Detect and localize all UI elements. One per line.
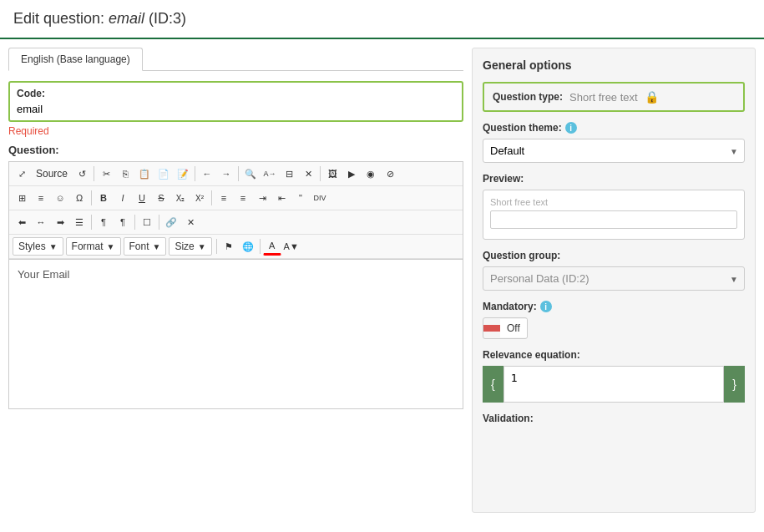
align-justify-icon[interactable]: ☰: [70, 213, 89, 231]
separator: [195, 166, 195, 181]
question-theme-label: Question theme: i: [483, 122, 745, 134]
source-button[interactable]: Source: [32, 165, 72, 183]
refresh-icon[interactable]: ↺: [73, 165, 91, 183]
paste-icon[interactable]: 📋: [135, 165, 154, 183]
unlink-icon[interactable]: ✕: [181, 213, 200, 231]
preview-inner-text: Short free text: [490, 197, 737, 207]
code-label: Code:: [17, 88, 455, 99]
format-dropdown[interactable]: Format ▼: [66, 237, 121, 256]
mandatory-label: Mandatory: i: [483, 301, 745, 312]
blockquote-icon[interactable]: ": [291, 189, 310, 207]
question-type-value: Short free text: [569, 91, 638, 104]
undo-icon[interactable]: ←: [198, 165, 216, 183]
bold-button[interactable]: B: [94, 189, 113, 207]
superscript-button[interactable]: X²: [190, 189, 209, 207]
mandatory-toggle[interactable]: Off: [483, 317, 528, 339]
separator: [134, 215, 135, 230]
toggle-off-marker: [483, 325, 500, 332]
size-dropdown[interactable]: Size ▼: [169, 237, 211, 256]
question-type-label: Question type:: [493, 91, 563, 103]
question-label: Question:: [8, 144, 463, 156]
main-layout: English (Base language) Code: Required Q…: [0, 39, 764, 521]
indent-icon[interactable]: ⇥: [253, 189, 271, 207]
validation-section: Validation:: [483, 413, 745, 424]
separator: [260, 239, 261, 254]
image-icon[interactable]: 🖼: [323, 165, 342, 183]
outdent-icon[interactable]: ⇤: [272, 189, 291, 207]
theme-select[interactable]: Default: [483, 139, 745, 163]
ordered-list-icon[interactable]: ≡: [215, 189, 233, 207]
expand-icon[interactable]: ⤢: [13, 165, 31, 183]
separator: [238, 166, 239, 181]
replace-icon[interactable]: A→: [261, 165, 279, 183]
editor-content: Your Email: [18, 268, 69, 281]
font-dropdown[interactable]: Font ▼: [124, 237, 167, 256]
separator: [91, 190, 92, 205]
styles-dropdown[interactable]: Styles ▼: [13, 237, 63, 256]
relevance-input[interactable]: 1: [503, 366, 725, 403]
group-select-wrapper: Personal Data (ID:2): [483, 266, 745, 291]
align-right-icon[interactable]: ➡: [51, 213, 69, 231]
link-icon[interactable]: 🔗: [162, 213, 180, 231]
italic-button[interactable]: I: [114, 189, 132, 207]
select-all-icon[interactable]: ⊟: [280, 165, 298, 183]
find-icon[interactable]: 🔍: [241, 165, 260, 183]
separator: [159, 215, 159, 230]
cut-icon[interactable]: ✂: [97, 165, 115, 183]
theme-select-wrapper: Default: [483, 139, 745, 163]
rtl-icon[interactable]: ¶: [114, 213, 132, 231]
align-left2-icon[interactable]: ⬅: [13, 213, 31, 231]
radio-icon[interactable]: ◉: [362, 165, 380, 183]
paste-text-icon[interactable]: 📄: [154, 165, 173, 183]
align-center-icon[interactable]: ↔: [32, 213, 50, 231]
preview-label: Preview:: [483, 173, 745, 185]
mandatory-toggle-row: Off: [483, 317, 745, 339]
editor-toolbar: ⤢ Source ↺ ✂ ⎘ 📋 📄 📝 ← → 🔍 A→ ⊟ ✕ 🖼 ▶: [8, 161, 463, 259]
tab-english[interactable]: English (Base language): [8, 48, 143, 71]
special-char-icon[interactable]: Ω: [70, 189, 89, 207]
relevance-close-brace: }: [724, 366, 745, 403]
theme-info-icon[interactable]: i: [565, 122, 577, 134]
mandatory-info-icon[interactable]: i: [540, 301, 552, 312]
div-icon[interactable]: DIV: [311, 189, 329, 207]
toggle-on-label: Off: [500, 319, 527, 337]
title-italic: email: [109, 10, 144, 27]
code-input[interactable]: [17, 103, 455, 115]
relevance-open-brace: {: [483, 366, 503, 403]
block-icon[interactable]: ⊘: [381, 165, 399, 183]
separator: [91, 215, 92, 230]
align-left-icon[interactable]: ≡: [32, 189, 50, 207]
unordered-list-icon[interactable]: ≡: [234, 189, 252, 207]
question-type-row: Question type: Short free text 🔒: [483, 82, 745, 112]
lock-icon: 🔒: [645, 90, 659, 104]
redo-icon[interactable]: →: [217, 165, 235, 183]
font-color-icon[interactable]: A: [263, 237, 281, 256]
toolbar-row-4: Styles ▼ Format ▼ Font ▼ Size ▼ ⚑ 🌐 A A▼: [9, 235, 463, 259]
preview-input-mock: [490, 210, 737, 229]
table-icon[interactable]: ⊞: [13, 189, 31, 207]
relevance-row: { 1 }: [483, 366, 745, 403]
flash-icon[interactable]: ▶: [342, 165, 361, 183]
tab-bar: English (Base language): [8, 48, 463, 71]
emoji-icon[interactable]: ☺: [51, 189, 69, 207]
globe-icon[interactable]: 🌐: [239, 237, 257, 256]
remove-format-icon[interactable]: ✕: [299, 165, 317, 183]
font-bg-icon[interactable]: A▼: [282, 237, 301, 256]
separator: [211, 190, 212, 205]
flag-icon[interactable]: ⚑: [220, 237, 238, 256]
separator: [216, 239, 217, 254]
subscript-button[interactable]: X₂: [171, 189, 190, 207]
right-panel: General options Question type: Short fre…: [472, 48, 756, 513]
copy-icon[interactable]: ⎘: [116, 165, 134, 183]
ltr-icon[interactable]: ¶: [94, 213, 113, 231]
group-select[interactable]: Personal Data (ID:2): [483, 266, 745, 291]
panel-title: General options: [483, 58, 745, 72]
show-blocks-icon[interactable]: ☐: [138, 213, 156, 231]
title-suffix: (ID:3): [144, 10, 186, 27]
strike-button[interactable]: S: [152, 189, 170, 207]
paste-word-icon[interactable]: 📝: [174, 165, 192, 183]
title-prefix: Edit question:: [13, 10, 109, 27]
underline-button[interactable]: U: [133, 189, 151, 207]
editor-area[interactable]: Your Email: [8, 259, 463, 409]
relevance-label: Relevance equation:: [483, 349, 745, 361]
